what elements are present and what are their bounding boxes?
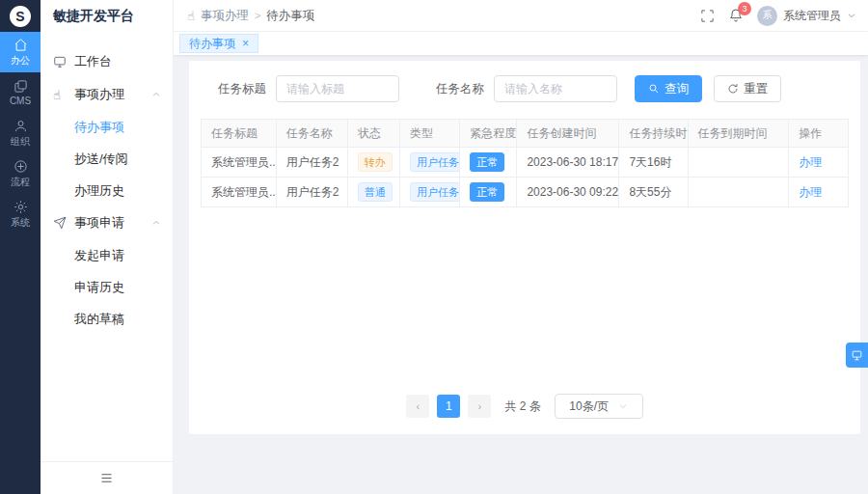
rail-item-label: 办公: [11, 54, 30, 68]
task-title-input[interactable]: [276, 75, 399, 102]
table-row[interactable]: 系统管理员... 用户任务2 普通 用户任务 正常 2023-06-30 09:…: [202, 178, 849, 207]
breadcrumb-separator: >: [255, 10, 260, 21]
col-task-title: 任务标题: [202, 120, 277, 148]
collapse-menu-icon[interactable]: [99, 471, 114, 485]
notification-badge: 3: [738, 2, 751, 15]
tabs-bar: 待办事项 ×: [174, 32, 868, 55]
refresh-icon: [727, 83, 739, 95]
cell-due: [688, 148, 789, 178]
type-badge: 用户任务: [410, 182, 460, 202]
search-button[interactable]: 查询: [635, 75, 702, 102]
urgency-badge: 正常: [470, 182, 504, 202]
flow-icon: [14, 159, 28, 174]
user-icon: [14, 119, 28, 133]
chevron-up-icon: [151, 218, 161, 228]
total-count-label: 共 2 条: [504, 398, 540, 415]
tasks-table: 任务标题 任务名称 状态 类型 紧急程度 任务创建时间 任务持续时间 任务到期时…: [201, 119, 849, 207]
col-type: 类型: [399, 120, 459, 148]
sidebar-group-apply[interactable]: 事项申请: [41, 206, 173, 239]
page-size-value: 10条/页: [569, 398, 609, 415]
sidebar: 敏捷开发平台 工作台 ☝ 事项办理 待办事项 抄送/传阅 办理历史 事项申请 发…: [41, 0, 174, 494]
reset-button[interactable]: 重置: [714, 75, 781, 102]
top-header: ☝ 事项办理 > 待办事项 3 系 系统管理员: [174, 0, 868, 32]
sidebar-item-cc[interactable]: 抄送/传阅: [41, 143, 173, 175]
rail-item-cms[interactable]: CMS: [0, 72, 41, 113]
rail-item-system[interactable]: 系统: [0, 194, 41, 234]
user-name: 系统管理员: [783, 8, 841, 24]
col-actions: 操作: [789, 120, 849, 148]
filter-form: 任务标题 任务名称 查询 重置: [201, 75, 849, 102]
rail-item-label: CMS: [10, 96, 31, 106]
breadcrumb: ☝ 事项办理 > 待办事项: [187, 8, 314, 24]
user-menu[interactable]: 系 系统管理员: [757, 6, 856, 26]
sidebar-item-label: 工作台: [74, 53, 112, 70]
page-number-button[interactable]: 1: [437, 395, 460, 418]
chevron-down-icon: [618, 401, 628, 411]
breadcrumb-current: 待办事项: [266, 8, 314, 24]
close-icon[interactable]: ×: [242, 38, 249, 49]
theme-settings-button[interactable]: [846, 343, 868, 368]
breadcrumb-item[interactable]: 事项办理: [201, 8, 249, 24]
sidebar-item-drafts[interactable]: 我的草稿: [41, 303, 173, 335]
chevron-down-icon: [847, 11, 856, 20]
sidebar-item-start-apply[interactable]: 发起申请: [41, 239, 173, 271]
status-badge: 普通: [358, 182, 393, 202]
cell-duration: 7天16时: [619, 148, 688, 178]
app-title: 敏捷开发平台: [41, 0, 173, 32]
sidebar-item-apply-history[interactable]: 申请历史: [41, 271, 173, 303]
sidebar-footer: [41, 461, 173, 494]
reset-button-label: 重置: [744, 81, 768, 97]
col-status: 状态: [347, 120, 399, 148]
panel-card: 任务标题 任务名称 查询 重置: [189, 61, 860, 434]
sidebar-item-todo[interactable]: 待办事项: [41, 111, 173, 143]
col-due: 任务到期时间: [688, 120, 789, 148]
rail-item-label: 流程: [11, 176, 30, 189]
cell-due: [688, 178, 789, 207]
app-logo[interactable]: S: [0, 0, 41, 32]
prev-page-button[interactable]: ‹: [406, 395, 429, 418]
sidebar-group-label: 事项办理: [74, 86, 124, 103]
rail-item-org[interactable]: 组织: [0, 113, 41, 153]
rail-item-label: 系统: [11, 216, 30, 230]
filter-label-name: 任务名称: [436, 81, 484, 97]
sidebar-item-workbench[interactable]: 工作台: [41, 45, 173, 78]
cms-icon: [14, 79, 28, 94]
filter-label-title: 任务标题: [218, 81, 266, 97]
content-area: 任务标题 任务名称 查询 重置: [174, 55, 868, 494]
tab-todo[interactable]: 待办事项 ×: [179, 34, 258, 53]
cell-created: 2023-06-30 09:22:19: [517, 178, 619, 207]
next-page-button[interactable]: ›: [468, 395, 491, 418]
hand-icon: ☝: [53, 89, 67, 101]
paper-plane-icon: [53, 216, 67, 230]
theme-icon: [851, 349, 863, 362]
logo-icon: S: [10, 6, 31, 27]
pagination: ‹ 1 › 共 2 条 10条/页: [406, 394, 642, 419]
cell-title: 系统管理员...: [202, 148, 277, 178]
status-badge: 转办: [358, 152, 393, 172]
table-row[interactable]: 系统管理员... 用户任务2 转办 用户任务 正常 2023-06-30 18:…: [202, 148, 849, 178]
urgency-badge: 正常: [470, 152, 504, 172]
fullscreen-icon[interactable]: [700, 9, 715, 23]
handle-link[interactable]: 办理: [799, 155, 822, 169]
search-button-label: 查询: [665, 81, 689, 97]
monitor-icon: [53, 55, 67, 69]
gear-icon: [14, 200, 28, 214]
sidebar-group-label: 事项申请: [74, 214, 124, 232]
sidebar-menu: 工作台 ☝ 事项办理 待办事项 抄送/传阅 办理历史 事项申请 发起申请 申请历…: [41, 32, 173, 461]
icon-rail: S 办公 CMS 组织 流程 系统: [0, 0, 41, 494]
type-badge: 用户任务: [410, 152, 460, 172]
cell-duration: 8天55分: [619, 178, 688, 207]
sidebar-item-handle-history[interactable]: 办理历史: [41, 175, 173, 206]
notification-bell[interactable]: 3: [728, 8, 744, 23]
sidebar-group-handle[interactable]: ☝ 事项办理: [41, 78, 173, 111]
cell-created: 2023-06-30 18:17:16: [517, 148, 619, 178]
rail-item-flow[interactable]: 流程: [0, 153, 41, 194]
task-name-input[interactable]: [494, 75, 617, 102]
main-area: ☝ 事项办理 > 待办事项 3 系 系统管理员 待办事项: [174, 0, 868, 494]
cell-title: 系统管理员...: [202, 178, 277, 207]
tab-label: 待办事项: [189, 36, 235, 52]
handle-link[interactable]: 办理: [799, 185, 822, 199]
search-icon: [648, 83, 660, 95]
rail-item-office[interactable]: 办公: [0, 32, 41, 72]
page-size-select[interactable]: 10条/页: [555, 394, 643, 419]
